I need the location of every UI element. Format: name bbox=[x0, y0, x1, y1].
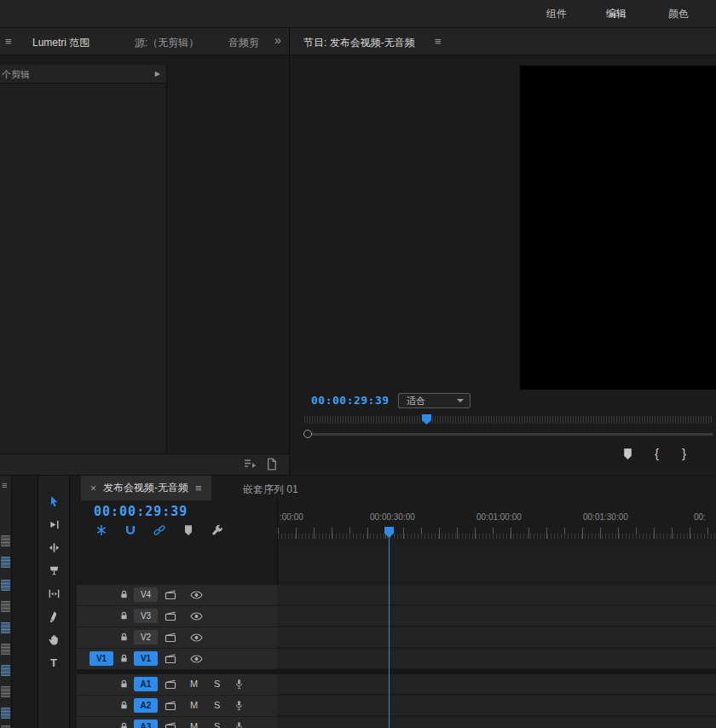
track-select-forward-tool-button[interactable] bbox=[47, 517, 61, 531]
tab-lumetri-scopes[interactable]: Lumetri 范围 bbox=[32, 36, 90, 50]
audio-lane-a3[interactable] bbox=[277, 717, 716, 728]
mute-button[interactable]: M bbox=[190, 679, 198, 689]
track-target-v4[interactable]: V4 bbox=[134, 587, 158, 602]
workspace-tab-color[interactable]: 颜色 bbox=[668, 7, 689, 21]
selection-tool-button[interactable] bbox=[47, 494, 61, 508]
lock-icon[interactable] bbox=[119, 654, 129, 663]
add-marker-icon[interactable] bbox=[182, 524, 194, 536]
project-item-icon[interactable] bbox=[1, 580, 10, 591]
snap-icon[interactable] bbox=[124, 524, 136, 536]
video-lane-v1[interactable] bbox=[277, 649, 716, 669]
timeline-timecode[interactable]: 00:00:29:39 bbox=[94, 504, 188, 519]
lock-icon[interactable] bbox=[119, 633, 129, 642]
close-icon[interactable]: × bbox=[90, 482, 96, 494]
new-item-icon[interactable] bbox=[265, 458, 279, 471]
mark-in-icon[interactable]: { bbox=[655, 446, 659, 460]
sync-lock-icon[interactable] bbox=[165, 679, 176, 690]
ripple-edit-tool-button[interactable] bbox=[47, 540, 61, 554]
voiceover-mic-icon[interactable] bbox=[235, 721, 243, 728]
solo-button[interactable]: S bbox=[214, 721, 220, 728]
hand-tool-button[interactable] bbox=[47, 633, 61, 646]
timeline-playhead-line[interactable] bbox=[389, 529, 390, 728]
solo-button[interactable]: S bbox=[214, 679, 220, 689]
track-target-a3[interactable]: A3 bbox=[134, 719, 158, 728]
lock-icon[interactable] bbox=[119, 611, 129, 621]
project-item-icon[interactable] bbox=[1, 708, 10, 719]
project-item-icon[interactable] bbox=[1, 535, 10, 546]
program-scrub-ruler[interactable] bbox=[304, 416, 713, 424]
project-item-icon[interactable] bbox=[1, 557, 10, 568]
razor-tool-button[interactable] bbox=[47, 563, 61, 577]
track-header-a2[interactable]: A2 M S bbox=[77, 696, 277, 716]
program-zoom-handle[interactable] bbox=[303, 430, 312, 438]
timeline-ruler[interactable]: :00:00 00:00:30:00 00:01:00:00 00:01:30:… bbox=[277, 500, 716, 540]
sequence-tab-nested[interactable]: 嵌套序列 01 bbox=[243, 482, 298, 497]
track-target-a1[interactable]: A1 bbox=[134, 677, 158, 691]
track-output-eye-icon[interactable] bbox=[190, 633, 203, 642]
track-header-a1[interactable]: A1 M S bbox=[77, 674, 277, 695]
track-target-v3[interactable]: V3 bbox=[134, 609, 158, 623]
track-target-v2[interactable]: V2 bbox=[134, 630, 158, 644]
bin-list-area[interactable] bbox=[0, 84, 167, 454]
video-lane-v2[interactable] bbox=[277, 627, 716, 648]
pen-tool-button[interactable] bbox=[47, 610, 61, 623]
add-marker-icon[interactable] bbox=[622, 448, 633, 460]
slip-tool-button[interactable] bbox=[47, 586, 61, 600]
mute-button[interactable]: M bbox=[190, 700, 198, 710]
track-header-v2[interactable]: V2 bbox=[77, 627, 277, 648]
track-output-eye-icon[interactable] bbox=[190, 612, 203, 621]
audio-lane-a1[interactable] bbox=[277, 674, 716, 695]
lock-icon[interactable] bbox=[119, 701, 129, 710]
track-header-v1[interactable]: V1 V1 bbox=[77, 649, 277, 669]
track-header-v3[interactable]: V3 bbox=[77, 606, 277, 627]
solo-button[interactable]: S bbox=[214, 700, 220, 710]
track-output-eye-icon[interactable] bbox=[190, 591, 203, 599]
project-item-icon[interactable] bbox=[1, 686, 10, 697]
program-panel-title[interactable]: 节目: 发布会视频-无音频 bbox=[303, 36, 415, 50]
panel-menu-icon[interactable]: ≡ bbox=[2, 480, 7, 490]
lock-icon[interactable] bbox=[119, 679, 129, 689]
sync-lock-icon[interactable] bbox=[165, 633, 176, 643]
insert-as-nest-icon[interactable] bbox=[95, 524, 107, 536]
mute-button[interactable]: M bbox=[190, 721, 198, 728]
track-header-v4[interactable]: V4 bbox=[77, 585, 277, 605]
audio-lane-a2[interactable] bbox=[277, 696, 716, 716]
sequence-tab-active[interactable]: × 发布会视频-无音频 ≡ bbox=[81, 476, 211, 500]
voiceover-mic-icon[interactable] bbox=[235, 700, 243, 711]
zoom-level-select[interactable]: 适合 bbox=[398, 393, 471, 408]
type-tool-button[interactable]: T bbox=[47, 656, 61, 669]
disclosure-arrow-icon[interactable]: ▶ bbox=[155, 70, 160, 78]
project-item-icon[interactable] bbox=[1, 622, 10, 633]
source-patch-v1[interactable]: V1 bbox=[90, 651, 113, 666]
tab-source-monitor[interactable]: 源:（无剪辑） bbox=[135, 36, 199, 50]
track-output-eye-icon[interactable] bbox=[190, 655, 203, 663]
track-target-v1[interactable]: V1 bbox=[134, 651, 158, 666]
project-item-icon[interactable] bbox=[1, 644, 10, 655]
voiceover-mic-icon[interactable] bbox=[235, 679, 243, 690]
program-zoom-bar[interactable] bbox=[304, 433, 713, 436]
bin-header-row[interactable]: 个剪辑 ▶ bbox=[0, 65, 167, 84]
workspace-tab-assembly[interactable]: 组件 bbox=[546, 7, 567, 21]
automate-to-sequence-icon[interactable] bbox=[243, 458, 257, 471]
sync-lock-icon[interactable] bbox=[165, 654, 176, 664]
track-header-a3[interactable]: A3 M S bbox=[77, 717, 277, 728]
tab-audio-clip-mixer[interactable]: 音频剪 bbox=[228, 36, 259, 50]
track-target-a2[interactable]: A2 bbox=[134, 698, 158, 713]
project-item-icon[interactable] bbox=[1, 601, 10, 612]
workspace-tab-editing[interactable]: 编辑 bbox=[606, 7, 626, 21]
panel-menu-icon[interactable]: ≡ bbox=[195, 482, 202, 494]
linked-selection-icon[interactable] bbox=[153, 524, 165, 536]
timeline-settings-icon[interactable] bbox=[211, 524, 223, 536]
sync-lock-icon[interactable] bbox=[165, 590, 176, 600]
sync-lock-icon[interactable] bbox=[165, 611, 176, 621]
panel-menu-icon[interactable]: ≡ bbox=[5, 35, 12, 48]
sync-lock-icon[interactable] bbox=[165, 701, 176, 711]
tab-overflow-icon[interactable]: » bbox=[274, 33, 281, 47]
lock-icon[interactable] bbox=[119, 590, 129, 599]
project-item-icon[interactable] bbox=[1, 665, 10, 676]
program-timecode[interactable]: 00:00:29:39 bbox=[311, 394, 390, 407]
lock-icon[interactable] bbox=[119, 722, 129, 728]
sync-lock-icon[interactable] bbox=[165, 722, 176, 728]
mark-out-icon[interactable]: } bbox=[682, 446, 686, 460]
panel-menu-icon[interactable]: ≡ bbox=[435, 35, 442, 48]
